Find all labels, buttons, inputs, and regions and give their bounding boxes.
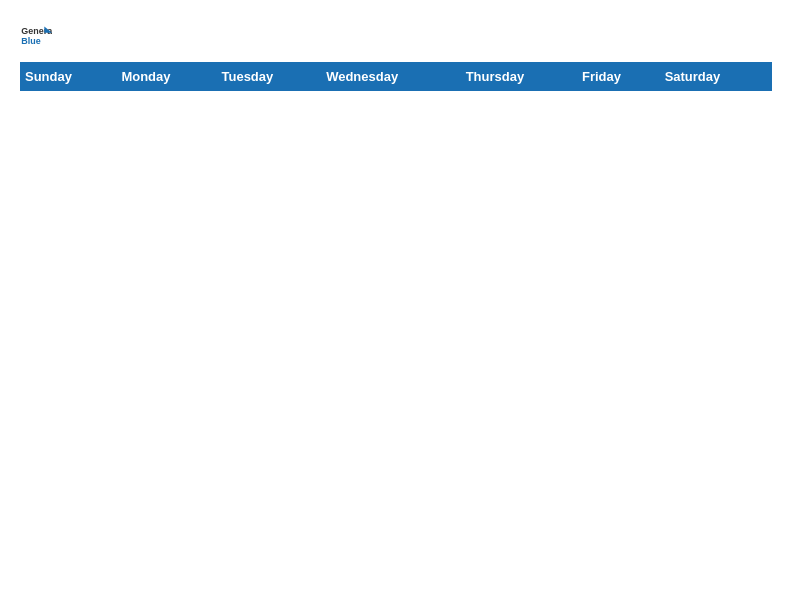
calendar-table: SundayMondayTuesdayWednesdayThursdayFrid… bbox=[20, 62, 772, 91]
calendar-header-row: SundayMondayTuesdayWednesdayThursdayFrid… bbox=[21, 63, 772, 91]
logo: General Blue bbox=[20, 20, 52, 52]
logo-icon: General Blue bbox=[20, 20, 52, 52]
svg-text:Blue: Blue bbox=[21, 36, 40, 46]
header-cell-friday: Friday bbox=[577, 63, 660, 91]
header-cell-wednesday: Wednesday bbox=[322, 63, 462, 91]
header: General Blue bbox=[20, 20, 772, 52]
header-cell-sunday: Sunday bbox=[21, 63, 117, 91]
header-cell-saturday: Saturday bbox=[660, 63, 771, 91]
header-cell-thursday: Thursday bbox=[461, 63, 577, 91]
header-cell-monday: Monday bbox=[117, 63, 217, 91]
header-cell-tuesday: Tuesday bbox=[217, 63, 322, 91]
